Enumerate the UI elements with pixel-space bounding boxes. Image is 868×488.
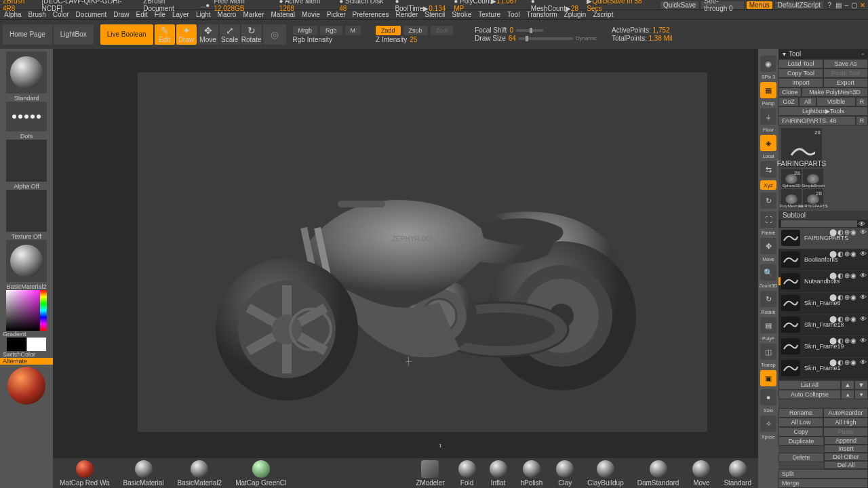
focal-shift-slider[interactable]: Focal Shift 0 [475,26,597,34]
draw-size-slider[interactable]: Draw Size 64Dynamic [475,35,597,42]
texture-selector[interactable] [6,190,47,232]
import-button[interactable]: Import [778,78,823,87]
persp-button[interactable]: ▦ [760,82,776,98]
note-icon[interactable]: ▤ [835,1,842,9]
transp-button[interactable]: ◫ [760,344,776,360]
menu-alpha[interactable]: Alpha [4,11,22,18]
shelf-brush-zmodeler[interactable]: 1ZModeler [416,460,444,487]
subtool-skin_frame1[interactable]: Skin_Frame1⬤◐⊕◉ 👁 [778,358,868,380]
primary-color[interactable] [27,338,46,351]
menu-transform[interactable]: Transform [526,11,557,18]
stroke-selector[interactable] [6,102,47,131]
edit-mode-button[interactable]: ✎Edit [155,24,175,45]
alpha-selector[interactable] [6,140,47,182]
paintbrush-icon[interactable]: ↻ [760,192,776,209]
shelf-brush-hpolish[interactable]: hPolish [521,460,543,487]
shelf-brush-clay[interactable]: Clay [556,460,574,487]
home-button[interactable]: Home Page [3,24,52,45]
shelf-brush-move[interactable]: Move [692,460,710,487]
autoreorder-button[interactable]: AutoReorder [823,408,868,418]
local-button[interactable]: ◈ [760,135,776,151]
xpose-button[interactable]: ✧ [760,415,776,432]
tool-preview-3[interactable]: 28FAIRINGPARTS [803,189,823,208]
seethrough-slider[interactable]: See-through 0 [701,1,743,9]
color-picker[interactable] [6,290,47,331]
material-selector[interactable] [6,240,47,282]
lightbox-tools-button[interactable]: Lightbox▶Tools [778,106,868,116]
menu-texture[interactable]: Texture [478,11,500,18]
zsub-button[interactable]: Zsub [403,26,428,35]
export-button[interactable]: Export [823,78,868,87]
menu-macro[interactable]: Macro [218,11,237,18]
zcut-button[interactable]: Zcut [431,26,454,35]
zintensity-slider[interactable]: Z Intensity 25 [376,36,453,43]
floor-button[interactable]: ⏚ [760,108,776,125]
draw-mode-button[interactable]: ✦Draw [176,24,197,45]
menu-picker[interactable]: Picker [327,11,346,18]
zadd-button[interactable]: Zadd [376,26,401,35]
canvas-move-button[interactable]: ✥ [760,238,776,254]
lightbox-button[interactable]: LightBox [54,24,94,45]
subtool-skin_frame6[interactable]: Skin_Frame6⬤◐⊕◉ 👁 [778,293,868,314]
menu-tool[interactable]: Tool [507,11,519,18]
menu-material[interactable]: Material [271,11,296,18]
move-down-button[interactable]: ▼ [854,380,868,390]
menu-preferences[interactable]: Preferences [353,11,389,18]
menus-button[interactable]: Menus [747,1,772,9]
live-boolean-button[interactable]: Live Boolean [100,24,153,45]
bpr-button[interactable]: ◉ [760,56,776,72]
menu-edit[interactable]: Edit [136,11,148,18]
menu-movie[interactable]: Movie [302,11,320,18]
frame-button[interactable]: ⛶ [760,211,776,228]
menu-render[interactable]: Render [396,11,418,18]
shelf-material-3[interactable]: MatCap GreenCl [235,460,286,487]
brush-selector[interactable] [6,52,47,94]
menu-stroke[interactable]: Stroke [452,11,471,18]
linefill-button[interactable]: ▤ [760,317,776,333]
subtool-seat[interactable]: Seat⬤◐⊕◉ 👁 [778,380,868,380]
menu-file[interactable]: File [155,11,165,18]
zoom3d-button[interactable]: 🔍 [760,264,776,281]
maximize-icon[interactable]: ▢ [851,1,857,9]
viewport[interactable]: ZEPHYR-007 ┼ [53,49,758,488]
collapse-icon[interactable]: ▾ [783,50,786,58]
menu-marker[interactable]: Marker [243,11,264,18]
move-up-button[interactable]: ▲ [841,380,854,390]
menu-color[interactable]: Color [53,11,69,18]
help-icon[interactable]: ? [826,1,833,9]
rgb-button[interactable]: Rgb [320,26,342,35]
autocollapse-button[interactable]: Auto Collapse [778,390,841,399]
shelf-material-1[interactable]: BasicMaterial [123,460,164,487]
menu-document[interactable]: Document [76,11,107,18]
quicksave-button[interactable]: QuickSave [660,1,698,9]
switchcolor-button[interactable]: SwitchColor [0,351,53,358]
ghost-button[interactable]: ▣ [760,370,776,386]
subtool-boolianforks[interactable]: Boolianforks⬤◐⊕◉ 👁 [778,249,868,271]
menu-zplugin[interactable]: Zplugin [564,11,587,18]
shelf-material-0[interactable]: MatCap Red Wa [60,460,110,487]
mrgb-button[interactable]: Mrgb [293,26,318,35]
subtool-header[interactable]: Subtool [778,211,868,220]
menu-layer[interactable]: Layer [172,11,189,18]
spix-slider[interactable]: SPix 3 [762,75,775,79]
solo-button[interactable]: ● [760,389,776,405]
panel-close-icon[interactable]: ◦ [861,50,864,58]
shelf-brush-fold[interactable]: Fold [458,460,476,487]
color-sphere[interactable] [6,365,47,407]
gizmo-button[interactable]: ◎ [263,24,286,45]
tool-preview-1[interactable]: SimpleBrush [803,169,823,188]
menu-light[interactable]: Light [196,11,211,18]
minimize-icon[interactable]: – [844,1,848,9]
load-tool-button[interactable]: Load Tool [778,59,823,68]
close-icon[interactable]: ✕ [860,1,865,9]
subtool-skin_frame19[interactable]: Skin_Frame19⬤◐⊕◉ 👁 [778,336,868,358]
menu-stencil[interactable]: Stencil [425,11,445,18]
shelf-brush-claybuildup[interactable]: ClayBuildup [587,460,623,487]
move-mode-button[interactable]: ✥Move [198,24,218,45]
scale-mode-button[interactable]: ⤢Scale [220,24,240,45]
clone-button[interactable]: Clone [778,87,802,97]
current-tool[interactable]: FAIRINGPARTS. 48 [778,116,856,125]
rotate-mode-button[interactable]: ↻Rotate [241,24,262,45]
save-as-button[interactable]: Save As [823,59,868,68]
menu-zscript[interactable]: Zscript [593,11,613,18]
